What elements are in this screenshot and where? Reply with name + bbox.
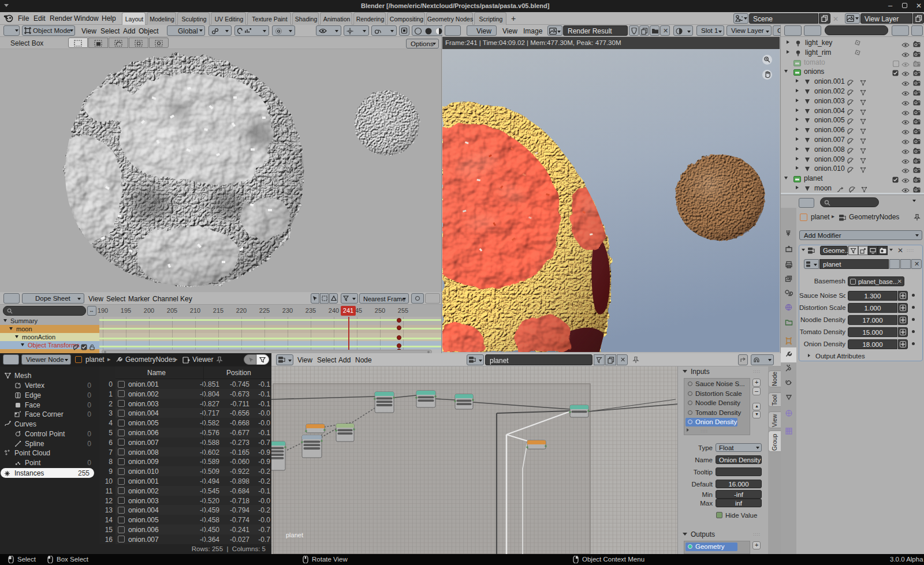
svg-text:planet: planet xyxy=(286,532,303,538)
